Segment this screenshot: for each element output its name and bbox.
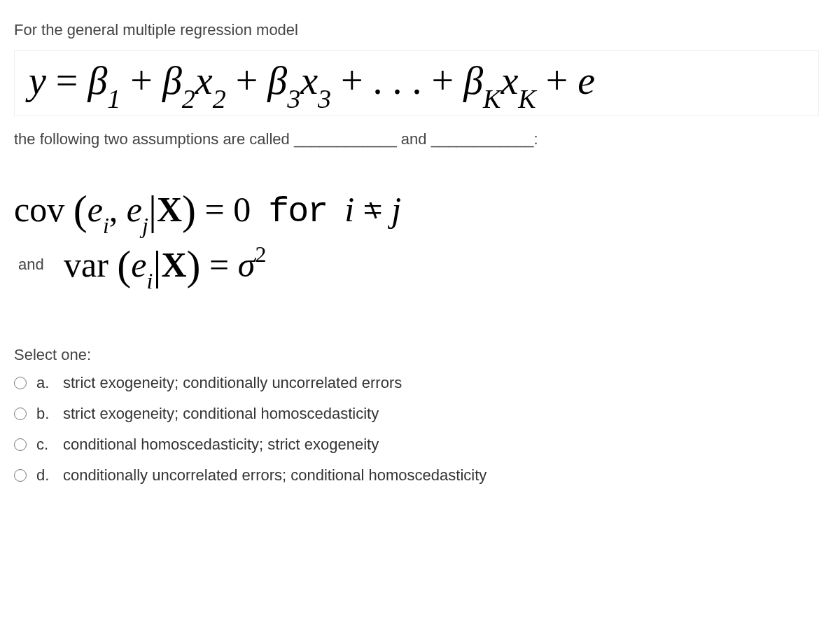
option-d[interactable]: d. conditionally uncorrelated errors; co… <box>14 466 826 485</box>
option-text: conditional homoscedasticity; strict exo… <box>63 436 826 454</box>
and-label: and <box>18 256 46 274</box>
regression-equation: y = β1 + β2x2 + β3x3 + . . . + βKxK + e <box>29 58 804 109</box>
select-one-label: Select one: <box>14 346 826 364</box>
option-letter: c. <box>36 436 53 454</box>
assumption-1-row: cov (ei, ej|X) = 0 for i = j <box>14 183 826 235</box>
option-text: strict exogeneity; conditional homosceda… <box>63 405 826 423</box>
question-intro: For the general multiple regression mode… <box>14 21 826 39</box>
option-letter: d. <box>36 466 53 485</box>
option-a[interactable]: a. strict exogeneity; conditionally unco… <box>14 374 826 392</box>
regression-equation-box: y = β1 + β2x2 + β3x3 + . . . + βKxK + e <box>14 50 819 116</box>
option-letter: a. <box>36 374 53 392</box>
question-fill-blank: the following two assumptions are called… <box>14 130 826 148</box>
option-c[interactable]: c. conditional homoscedasticity; strict … <box>14 436 826 454</box>
option-letter: b. <box>36 405 53 423</box>
radio-a[interactable] <box>14 377 27 389</box>
assumption-2-row: and var (ei|X) = σ2 <box>14 239 826 290</box>
options-list: a. strict exogeneity; conditionally unco… <box>14 374 826 485</box>
radio-d[interactable] <box>14 469 27 482</box>
variance-formula: var (ei|X) = σ2 <box>64 239 266 290</box>
option-b[interactable]: b. strict exogeneity; conditional homosc… <box>14 405 826 423</box>
option-text: conditionally uncorrelated errors; condi… <box>63 466 826 485</box>
radio-b[interactable] <box>14 408 27 420</box>
covariance-formula: cov (ei, ej|X) = 0 for i = j <box>14 183 401 235</box>
option-text: strict exogeneity; conditionally uncorre… <box>63 374 826 392</box>
assumptions-block: cov (ei, ej|X) = 0 for i = j and var (ei… <box>14 183 826 290</box>
radio-c[interactable] <box>14 438 27 451</box>
